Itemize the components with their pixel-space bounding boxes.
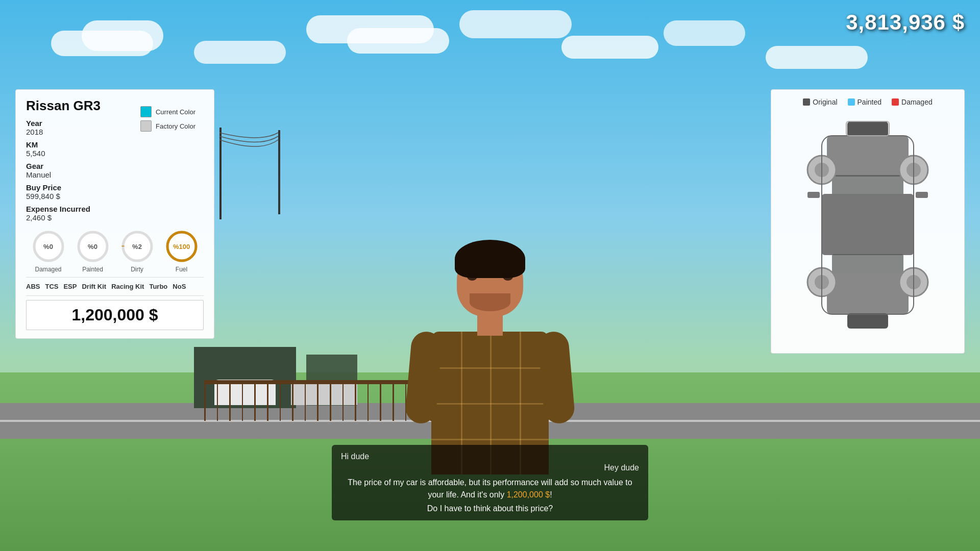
- svg-rect-11: [827, 273, 909, 314]
- legend-damaged: Damaged: [892, 98, 933, 106]
- legend-original: Original: [803, 98, 837, 106]
- mod-racing-kit: Racing Kit: [111, 283, 144, 290]
- current-color-item: Current Color: [140, 106, 195, 117]
- cloud-6: [459, 10, 572, 38]
- svg-rect-23: [807, 192, 820, 198]
- cloud-9: [766, 46, 868, 69]
- gauge-fuel: %100 Fuel: [164, 229, 199, 273]
- current-color-swatch: [140, 106, 152, 117]
- cloud-5: [347, 28, 449, 54]
- gauge-dirty: %2 Dirty: [120, 229, 155, 273]
- car-info-panel: Rissan GR3 Current Color Factory Color Y…: [15, 89, 214, 339]
- expense-value: 2,460 $: [26, 213, 204, 222]
- chat-question: Do I have to think about this price?: [341, 504, 639, 513]
- svg-rect-8: [832, 175, 903, 195]
- svg-rect-7: [827, 136, 909, 177]
- cloud-8: [664, 20, 745, 46]
- legend-damaged-dot: [892, 98, 899, 106]
- chat-price-suffix: !: [550, 490, 552, 499]
- gauge-damaged: %0 Damaged: [31, 229, 66, 273]
- car-top-view: [779, 112, 956, 345]
- expense-row: Expense Incurred 2,460 $: [26, 205, 204, 222]
- buy-price-label: Buy Price: [26, 183, 204, 192]
- gauge-painted: %0 Painted: [76, 229, 110, 273]
- color-section: Current Color Factory Color: [140, 106, 195, 132]
- chat-main-text-before: The price of my car is affordable, but i…: [348, 478, 632, 499]
- current-color-label: Current Color: [156, 108, 195, 116]
- cloud-3: [194, 41, 286, 64]
- mod-abs: ABS: [26, 283, 40, 290]
- divider-1: [26, 277, 204, 278]
- svg-rect-10: [832, 254, 903, 274]
- cloud-7: [561, 36, 658, 59]
- factory-color-item: Factory Color: [140, 120, 195, 132]
- gear-label: Gear: [26, 162, 204, 170]
- svg-rect-24: [916, 192, 928, 198]
- divider-2: [26, 295, 204, 296]
- legend-original-dot: [803, 98, 810, 106]
- chat-hey-dude: Hey dude: [341, 463, 639, 472]
- gear-row: Gear Manuel: [26, 162, 204, 179]
- buy-price-box[interactable]: 1,200,000 $: [26, 300, 204, 330]
- legend-damaged-label: Damaged: [901, 98, 933, 106]
- price-display: 1,200,000 $: [71, 306, 158, 324]
- expense-label: Expense Incurred: [26, 205, 204, 213]
- gauge-damaged-label: Damaged: [35, 266, 61, 273]
- car-diagram-panel: Original Painted Damaged: [771, 89, 965, 354]
- buy-price-row: Buy Price 599,840 $: [26, 183, 204, 201]
- gauge-dirty-label: Dirty: [131, 266, 143, 273]
- character: [419, 230, 561, 474]
- gauge-dirty-value: %2: [120, 229, 155, 264]
- diagram-legend: Original Painted Damaged: [779, 98, 956, 106]
- svg-rect-9: [822, 194, 914, 255]
- gauge-fuel-value: %100: [164, 229, 199, 264]
- mod-tcs: TCS: [45, 283, 58, 290]
- legend-painted-dot: [848, 98, 855, 106]
- mods-row: ABS TCS ESP Drift Kit Racing Kit Turbo N…: [26, 283, 204, 290]
- mod-turbo: Turbo: [149, 283, 167, 290]
- hud-money: 3,813,936 $: [846, 10, 965, 35]
- mod-nos: NoS: [173, 283, 186, 290]
- gauge-fuel-label: Fuel: [176, 266, 187, 273]
- svg-rect-12: [847, 313, 888, 329]
- gear-value: Manuel: [26, 170, 204, 179]
- gauge-damaged-value: %0: [31, 229, 66, 264]
- cloud-2: [82, 20, 163, 51]
- power-lines: [219, 130, 322, 171]
- svg-rect-6: [847, 121, 888, 137]
- chat-main-text: The price of my car is affordable, but i…: [341, 477, 639, 501]
- gauge-painted-label: Painted: [82, 266, 103, 273]
- buy-price-value: 599,840 $: [26, 192, 204, 201]
- gauge-painted-value: %0: [76, 229, 110, 264]
- km-value: 5,540: [26, 149, 204, 158]
- factory-color-label: Factory Color: [156, 122, 195, 130]
- chat-dialog: Hi dude Hey dude The price of my car is …: [332, 445, 648, 520]
- legend-painted: Painted: [848, 98, 881, 106]
- mod-drift-kit: Drift Kit: [82, 283, 106, 290]
- km-label: KM: [26, 140, 204, 149]
- car-diagram-svg: [781, 116, 954, 341]
- legend-painted-label: Painted: [857, 98, 881, 106]
- mod-esp: ESP: [63, 283, 77, 290]
- chat-hi-dude: Hi dude: [341, 452, 639, 461]
- chat-price-highlight: 1,200,000 $: [507, 490, 550, 499]
- km-row: KM 5,540: [26, 140, 204, 158]
- legend-original-label: Original: [813, 98, 837, 106]
- factory-color-swatch: [140, 120, 152, 132]
- gauges-row: %0 Damaged %0 Painted: [26, 229, 204, 273]
